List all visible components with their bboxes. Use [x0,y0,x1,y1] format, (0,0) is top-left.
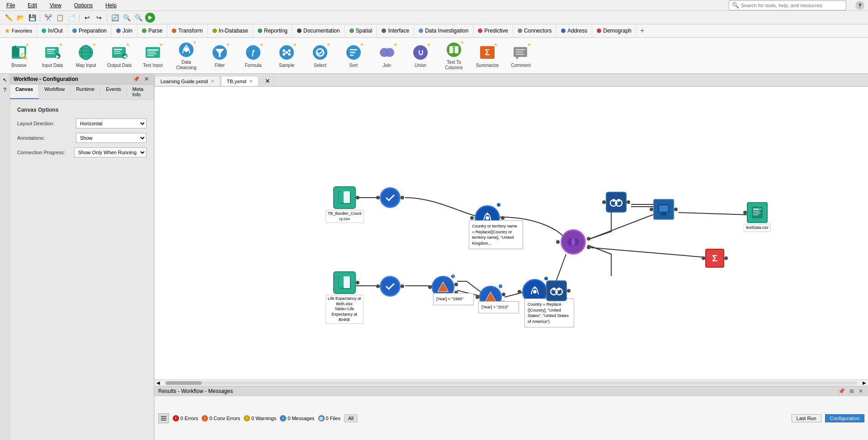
menu-help[interactable]: Help [103,1,119,9]
scroll-left[interactable]: ◀ [155,380,162,385]
node-input1[interactable]: TB_Burden_Country.csv [326,186,364,223]
connection-progress-select[interactable]: Show Only When Running Always Show Never… [74,147,146,157]
node-check2[interactable] [380,276,401,297]
tab-learningguide[interactable]: Learning Guide.yxmd ✕ [155,76,220,86]
toolbar-paste[interactable]: 📄 [66,13,76,23]
ribbon-predictive[interactable]: Predictive [473,24,513,37]
panel-close[interactable]: ✕ [143,76,150,82]
node-fileout1[interactable]: testData.csv [744,202,771,232]
node-check1[interactable] [380,187,401,208]
node-join1[interactable] [561,229,586,255]
tab-tbyxmd-close[interactable]: ✕ [249,79,253,84]
sidebar-pointer[interactable]: ↖ [1,76,9,84]
ribbon-preparation[interactable]: Preparation [68,24,112,37]
tool-sample[interactable]: ★ Sample [271,39,302,72]
toolbar-zoom-out[interactable]: 🔍 [133,13,143,23]
results-close[interactable]: ✕ [857,388,864,394]
ribbon-join[interactable]: Join [112,24,137,37]
ribbon-add[interactable]: + [637,24,648,37]
tool-datacleansing[interactable]: ★ Data Cleansing [171,39,202,72]
ribbon-indatabase[interactable]: In-Database [208,24,253,37]
menu-view[interactable]: View [47,1,64,9]
svg-rect-78 [618,199,620,202]
tool-inputdata[interactable]: ▶ ★ Input Data [37,39,68,72]
svg-rect-81 [661,213,666,214]
tab-tbyxmd[interactable]: TB.yxmd ✕ [221,76,259,86]
tool-mapinput[interactable]: ★ Map Input [71,39,101,72]
tool-sort[interactable]: ★ Sort [338,39,369,72]
tool-summarize[interactable]: Σ ★ Summarize [472,39,503,72]
canvas[interactable]: TB_Burden_Country.csv [155,87,868,379]
ribbon-documentation[interactable]: Documentation [292,24,345,37]
filter-star: ★ [226,42,230,47]
scrollbar-horizontal[interactable]: ◀ ▶ [155,379,868,386]
layout-direction-select[interactable]: Horizontal Vertical [76,118,146,128]
tool-texttocolumns[interactable]: ★ Text To Columns [439,39,469,72]
ribbon-favorites[interactable]: ★ Favorites [0,24,37,37]
run-button[interactable] [145,13,155,23]
scroll-right[interactable]: ▶ [861,380,868,385]
toolbar-redo[interactable]: ↪ [94,13,104,23]
node-input2[interactable]: Life Expectancy atBirth.xlsxTable='LifeE… [326,271,363,324]
toolbar-new[interactable]: ✏️ [4,13,14,23]
ribbon-connectors[interactable]: Connectors [513,24,557,37]
tab-learningguide-close[interactable]: ✕ [211,79,214,84]
annotations-select[interactable]: Show Hide [76,133,146,143]
toolbar-zoom-in[interactable]: 🔍 [122,13,132,23]
results-list-icon[interactable] [158,413,169,423]
scroll-thumb[interactable] [165,381,202,385]
results-detach[interactable]: ⊞ [848,388,855,394]
menu-edit[interactable]: Edit [25,1,40,9]
toolbar-save[interactable]: 💾 [27,13,37,23]
ribbon-inout[interactable]: In/Out [37,24,68,37]
node-output1[interactable] [653,199,674,220]
results-pin[interactable]: 📌 [837,388,846,394]
ribbon-reporting[interactable]: Reporting [253,24,292,37]
tab-metainfo[interactable]: Meta Info [127,85,154,99]
tool-filter[interactable]: ★ Filter [204,39,235,72]
svg-point-38 [283,49,285,52]
configuration-button[interactable]: Configuration [825,414,864,422]
toolbar-cut[interactable]: ✂️ [43,13,53,23]
tool-textinput[interactable]: ★ Text Input [137,39,168,72]
sidebar-question[interactable]: ? [1,86,9,94]
search-bar[interactable]: 🔍 [729,0,846,10]
ribbon-spatial[interactable]: Spatial [345,24,377,37]
node-bino2[interactable] [546,280,567,301]
tab-canvas[interactable]: Canvas [10,85,39,99]
tab-workflow[interactable]: Workflow [39,85,71,99]
tool-select[interactable]: ★ Select [305,39,335,72]
all-button[interactable]: All [344,414,358,422]
panel-pin[interactable]: 📌 [132,76,141,82]
svg-rect-55 [449,46,453,53]
tool-comment[interactable]: ★ Comment [505,39,536,72]
help-button[interactable]: ? [855,1,864,10]
tool-browse[interactable]: ★ Browse [4,39,34,72]
ribbon-parse[interactable]: Parse [137,24,167,37]
svg-rect-27 [147,52,156,52]
ribbon-address[interactable]: Address [557,24,592,37]
toolbar-undo[interactable]: ↩ [82,13,92,23]
tool-join[interactable]: ★ Join [372,39,402,72]
tab-close-all[interactable]: ✕ [259,76,276,86]
ribbon-interface[interactable]: Interface [377,24,414,37]
tool-union[interactable]: ∪ ★ Union [405,39,436,72]
ribbon-demograph[interactable]: Demograph [592,24,637,37]
ribbon-transform[interactable]: Transform [167,24,208,37]
menu-options[interactable]: Options [71,1,95,9]
tool-sort-label: Sort [349,63,358,68]
scroll-track[interactable] [165,381,857,385]
node-sum1[interactable]: Σ [705,249,724,268]
tool-formula[interactable]: ƒ ★ Formula [238,39,269,72]
tab-events[interactable]: Events [100,85,127,99]
toolbar-copy[interactable]: 📋 [55,13,65,23]
toolbar-open[interactable]: 📂 [15,13,25,23]
tool-outputdata[interactable]: ◀ ★ Output Data [104,39,135,72]
search-input[interactable] [741,3,843,8]
node-bino1[interactable] [606,192,627,213]
toolbar-refresh[interactable]: 🔄 [110,13,120,23]
ribbon-datainvestigation[interactable]: Data Investigation [414,24,473,37]
last-run-button[interactable]: Last Run [792,414,821,422]
tab-runtime[interactable]: Runtime [71,85,100,99]
menu-file[interactable]: File [4,1,18,9]
